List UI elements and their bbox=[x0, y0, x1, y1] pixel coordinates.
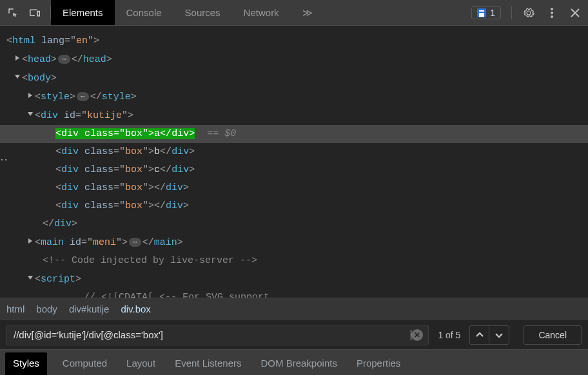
tab-sources[interactable]: Sources bbox=[173, 0, 232, 25]
dom-node-comment[interactable]: <!-- Code injected by live-server --> bbox=[6, 252, 588, 270]
crumb-html[interactable]: html bbox=[6, 303, 24, 314]
divider bbox=[511, 6, 512, 19]
search-bar: ✕ 1 of 5 Cancel bbox=[0, 320, 588, 349]
cancel-button[interactable]: Cancel bbox=[524, 325, 582, 345]
ellipsis-icon[interactable]: ⋯ bbox=[129, 238, 141, 247]
dom-node-div-close[interactable]: </div> bbox=[6, 215, 588, 233]
search-nav bbox=[469, 325, 509, 345]
search-input-wrap: ✕ bbox=[6, 325, 429, 345]
breadcrumb: html body div#kutije div.box bbox=[0, 298, 588, 320]
tab-properties[interactable]: Properties bbox=[353, 352, 404, 375]
ellipsis-icon[interactable]: ⋯ bbox=[77, 92, 89, 101]
expand-icon[interactable] bbox=[27, 233, 35, 251]
dom-node-selected[interactable]: <div class="box">a</div> == $0 bbox=[0, 125, 588, 143]
styles-tabs: Styles Computed Layout Event Listeners D… bbox=[0, 349, 588, 375]
panel-tabs: Elements Console Sources Network ≫ bbox=[51, 0, 324, 25]
expand-icon[interactable] bbox=[14, 50, 22, 68]
tab-computed[interactable]: Computed bbox=[59, 352, 111, 375]
dom-node-box[interactable]: <div class="box"></div> bbox=[6, 197, 588, 215]
dom-node-head[interactable]: <head>⋯</head> bbox=[6, 50, 588, 69]
elements-panel: ⋯ <html lang="en"> <head>⋯</head> <body>… bbox=[0, 26, 588, 298]
close-icon[interactable] bbox=[569, 6, 582, 19]
issues-indicator[interactable]: 1 bbox=[471, 6, 501, 19]
dom-node-box[interactable]: <div class="box">b</div> bbox=[6, 143, 588, 161]
dom-node-script[interactable]: <script> bbox=[6, 270, 588, 289]
search-input[interactable] bbox=[12, 329, 409, 341]
tab-event-listeners[interactable]: Event Listeners bbox=[171, 352, 245, 375]
tab-styles[interactable]: Styles bbox=[5, 352, 47, 375]
issue-count: 1 bbox=[490, 8, 495, 18]
collapse-icon[interactable] bbox=[27, 106, 35, 124]
collapse-icon[interactable] bbox=[14, 69, 22, 87]
search-prev-icon[interactable] bbox=[470, 326, 489, 344]
search-next-icon[interactable] bbox=[489, 326, 509, 344]
dom-node-main[interactable]: <main id="meni">⋯</main> bbox=[6, 233, 588, 252]
dom-node-style[interactable]: <style>⋯</style> bbox=[6, 88, 588, 106]
dom-node-html[interactable]: <html lang="en"> bbox=[6, 32, 588, 50]
device-toggle-icon[interactable] bbox=[28, 6, 41, 19]
search-match-count: 1 of 5 bbox=[434, 330, 464, 340]
tab-elements[interactable]: Elements bbox=[51, 0, 115, 25]
crumb-div-kutije[interactable]: div#kutije bbox=[69, 303, 110, 314]
inspect-icon[interactable] bbox=[6, 6, 19, 19]
tab-network[interactable]: Network bbox=[232, 0, 291, 25]
tab-more[interactable]: ≫ bbox=[291, 0, 324, 25]
dom-node-box[interactable]: <div class="box">c</div> bbox=[6, 161, 588, 179]
dom-node-body[interactable]: <body> bbox=[6, 69, 588, 88]
issue-icon bbox=[477, 8, 486, 17]
ellipsis-icon[interactable]: ⋯ bbox=[58, 55, 70, 64]
crumb-div-box[interactable]: div.box bbox=[121, 303, 150, 314]
expand-icon[interactable] bbox=[27, 88, 35, 106]
svg-point-0 bbox=[551, 8, 553, 10]
crumb-body[interactable]: body bbox=[36, 303, 57, 314]
dom-node-box[interactable]: <div class="box"></div> bbox=[6, 179, 588, 197]
clear-search-icon[interactable]: ✕ bbox=[411, 329, 423, 341]
dom-node-div-kutije[interactable]: <div id="kutije"> bbox=[6, 106, 588, 125]
tab-console[interactable]: Console bbox=[115, 0, 173, 25]
dom-tree[interactable]: <html lang="en"> <head>⋯</head> <body> <… bbox=[0, 26, 588, 298]
tab-dom-breakpoints[interactable]: DOM Breakpoints bbox=[257, 352, 341, 375]
kebab-icon[interactable] bbox=[545, 6, 558, 19]
collapse-icon[interactable] bbox=[27, 270, 35, 288]
tab-layout[interactable]: Layout bbox=[122, 352, 159, 375]
eq-zero-label: == $0 bbox=[207, 128, 236, 139]
gear-icon[interactable] bbox=[522, 6, 535, 19]
dom-text-cdata[interactable]: // <![CDATA[ <-- For SVG support bbox=[6, 289, 588, 298]
devtools-toolbar: Elements Console Sources Network ≫ 1 bbox=[0, 0, 588, 26]
svg-point-2 bbox=[551, 15, 553, 18]
svg-point-1 bbox=[551, 12, 553, 14]
